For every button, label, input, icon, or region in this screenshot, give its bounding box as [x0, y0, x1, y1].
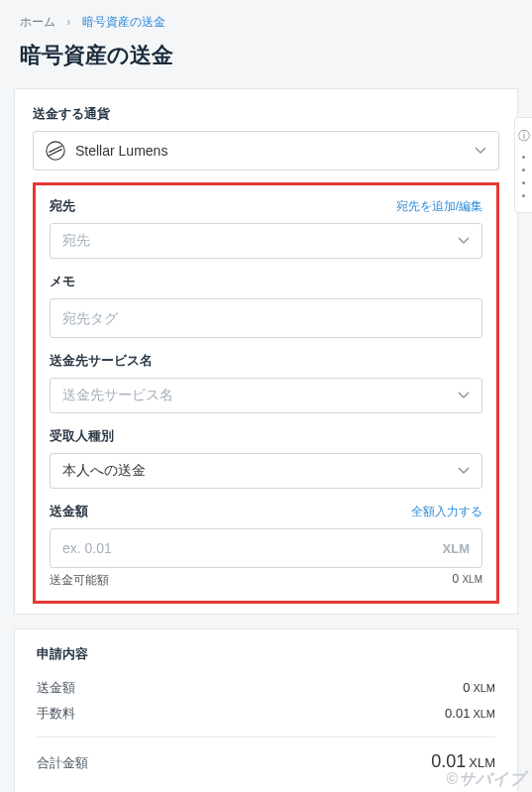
info-icon: ⓘ — [518, 128, 530, 145]
recipient-label: 受取人種別 — [50, 427, 482, 445]
currency-label: 送金する通貨 — [33, 105, 499, 123]
service-placeholder: 送金先サービス名 — [62, 387, 173, 404]
summary-total-label: 合計金額 — [37, 754, 88, 772]
svg-point-0 — [47, 142, 64, 160]
available-label: 送金可能額 — [50, 572, 109, 589]
dest-placeholder: 宛先 — [62, 232, 90, 250]
amount-full-link[interactable]: 全額入力する — [411, 504, 482, 520]
chevron-down-icon — [458, 392, 470, 399]
chevron-down-icon — [458, 467, 470, 475]
dot-icon — [522, 156, 525, 159]
page-title: 暗号資産の送金 — [0, 39, 532, 88]
divider — [37, 736, 495, 737]
summary-send-label: 送金額 — [37, 679, 75, 697]
summary-fee-label: 手数料 — [37, 705, 75, 723]
chevron-down-icon — [458, 237, 470, 245]
service-label: 送金先サービス名 — [50, 352, 482, 370]
dot-icon — [522, 169, 525, 171]
recipient-select[interactable]: 本人への送金 — [50, 453, 482, 489]
summary-send-value: 0XLM — [463, 680, 495, 695]
breadcrumb-home[interactable]: ホーム — [20, 15, 55, 29]
amount-input[interactable] — [62, 540, 443, 556]
dest-label: 宛先 — [50, 197, 75, 215]
highlighted-fields: 宛先 宛先を追加/編集 宛先 メモ 送金先サービス名 送金先サービス名 受取人種… — [33, 182, 499, 604]
breadcrumb: ホーム › 暗号資産の送金 — [0, 0, 532, 39]
service-select[interactable]: 送金先サービス名 — [50, 378, 482, 413]
breadcrumb-current[interactable]: 暗号資産の送金 — [82, 15, 165, 29]
currency-value: Stellar Lumens — [75, 143, 167, 159]
amount-input-wrap: XLM — [50, 528, 482, 568]
recipient-value: 本人への送金 — [62, 462, 146, 480]
chevron-right-icon: › — [66, 15, 70, 29]
summary-label: 申請内容 — [37, 645, 495, 663]
amount-unit: XLM — [443, 541, 470, 556]
memo-label: メモ — [50, 273, 482, 290]
summary-fee-value: 0.01XLM — [445, 706, 495, 721]
chevron-down-icon — [475, 147, 486, 155]
dot-icon — [522, 181, 525, 184]
side-panel-toggle[interactable]: ⓘ — [514, 117, 532, 213]
dot-icon — [522, 194, 525, 197]
memo-input[interactable] — [50, 298, 482, 338]
dest-select[interactable]: 宛先 — [50, 223, 482, 259]
summary-card: 申請内容 送金額 0XLM 手数料 0.01XLM 合計金額 0.01XLM — [14, 628, 518, 792]
watermark: ©サバイブ — [446, 769, 526, 790]
stellar-icon — [46, 141, 65, 161]
form-card: 送金する通貨 Stellar Lumens 宛先 宛先を追加/編集 宛先 メモ … — [14, 88, 518, 615]
amount-label: 送金額 — [50, 503, 88, 520]
available-value: 0 XLM — [452, 572, 482, 589]
currency-select[interactable]: Stellar Lumens — [33, 131, 499, 170]
dest-edit-link[interactable]: 宛先を追加/編集 — [396, 198, 482, 215]
